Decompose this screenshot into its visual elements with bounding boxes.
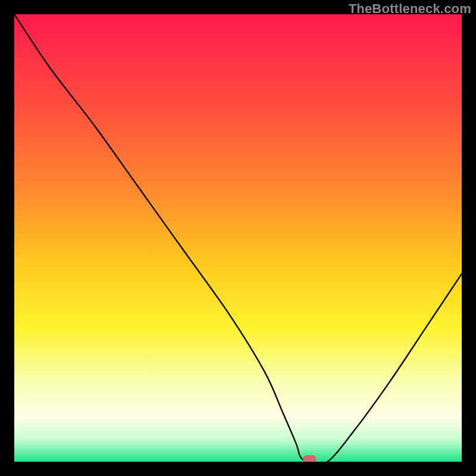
optimum-marker — [303, 455, 316, 462]
gradient-background — [14, 14, 462, 462]
plot-area — [14, 14, 462, 462]
bottleneck-chart — [14, 14, 462, 462]
watermark-text: TheBottleneck.com — [349, 1, 471, 17]
chart-frame: TheBottleneck.com — [0, 0, 476, 476]
